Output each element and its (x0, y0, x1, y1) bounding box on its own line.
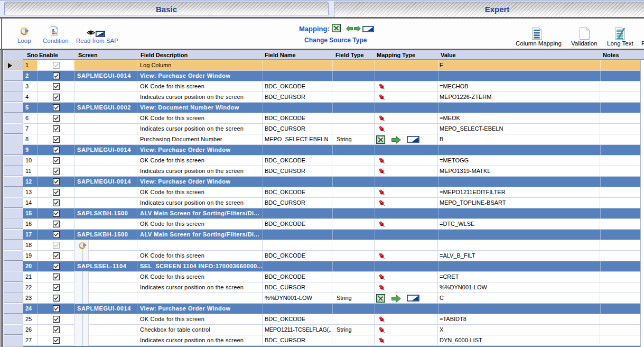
svg-text:if.: if. (52, 29, 55, 32)
